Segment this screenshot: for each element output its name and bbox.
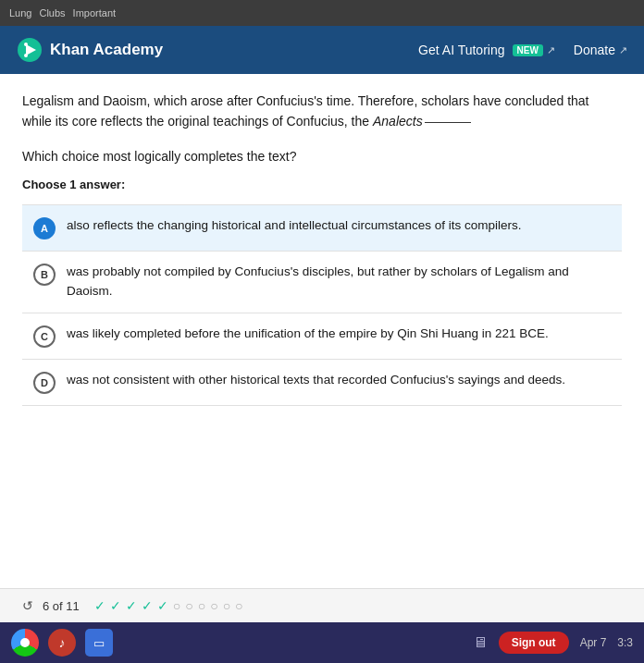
- ka-nav: Get AI Tutoring NEW ↗ Donate ↗: [418, 43, 627, 57]
- svg-point-3: [24, 54, 28, 57]
- svg-point-2: [24, 43, 28, 46]
- dot-check-4: ✓: [142, 598, 153, 613]
- music-icon[interactable]: ♪: [48, 629, 76, 657]
- donate-label: Donate: [574, 43, 615, 57]
- ai-tutoring-nav[interactable]: Get AI Tutoring NEW ↗: [418, 43, 555, 57]
- browser-top-bar: Lung Clubs Important: [0, 0, 644, 26]
- progress-row: ↺ 6 of 11 ✓ ✓ ✓ ✓ ✓ ○ ○ ○ ○ ○ ○: [0, 588, 644, 622]
- taskbar: ♪ ▭ 🖥 Sign out Apr 7 3:3: [0, 622, 644, 663]
- choice-d-circle: D: [33, 372, 56, 394]
- ai-tutoring-label: Get AI Tutoring: [418, 43, 504, 57]
- choice-d[interactable]: D was not consistent with other historic…: [22, 359, 622, 406]
- monitor-app-icon[interactable]: ▭: [85, 629, 113, 657]
- sign-out-button[interactable]: Sign out: [499, 632, 569, 654]
- choice-d-text: was not consistent with other historical…: [67, 371, 611, 390]
- taskbar-left: ♪ ▭: [11, 629, 113, 657]
- choose-label: Choose 1 answer:: [22, 178, 622, 191]
- tab-clubs[interactable]: Clubs: [39, 7, 65, 18]
- donate-external-icon: ↗: [619, 44, 627, 56]
- main-content: Legalism and Daoism, which arose after C…: [0, 74, 644, 622]
- ka-logo[interactable]: Khan Academy: [17, 37, 163, 63]
- tab-important[interactable]: Important: [73, 7, 116, 18]
- dot-empty-5: ○: [235, 598, 242, 613]
- chrome-icon[interactable]: [11, 629, 39, 657]
- external-link-icon: ↗: [547, 44, 555, 56]
- donate-nav[interactable]: Donate ↗: [574, 43, 627, 57]
- choice-c-circle: C: [33, 325, 56, 348]
- taskbar-time: 3:3: [617, 636, 633, 649]
- passage-text: Legalism and Daoism, which arose after C…: [22, 91, 622, 132]
- choice-a[interactable]: A also reflects the changing historical …: [22, 204, 622, 251]
- choice-b[interactable]: B was probably not compiled by Confucius…: [22, 251, 622, 313]
- dot-check-5: ✓: [157, 598, 168, 613]
- question-prompt: Which choice most logically completes th…: [22, 147, 622, 166]
- choice-c-text: was likely completed before the unificat…: [67, 325, 611, 344]
- ka-logo-text: Khan Academy: [50, 41, 163, 59]
- choice-b-circle: B: [33, 264, 56, 286]
- blank-line: [425, 122, 471, 123]
- refresh-icon[interactable]: ↺: [22, 598, 33, 613]
- progress-count: 6 of 11: [43, 599, 80, 613]
- taskbar-date: Apr 7: [580, 636, 607, 649]
- new-badge: NEW: [513, 44, 543, 56]
- analects-italic: Analects: [373, 114, 423, 129]
- choice-b-text: was probably not compiled by Confucius's…: [67, 263, 611, 301]
- progress-dots: ✓ ✓ ✓ ✓ ✓ ○ ○ ○ ○ ○ ○: [94, 598, 243, 613]
- dot-check-1: ✓: [94, 598, 105, 613]
- ka-logo-icon: [17, 37, 43, 63]
- khan-academy-header: Khan Academy Get AI Tutoring NEW ↗ Donat…: [0, 26, 644, 74]
- dot-check-3: ✓: [126, 598, 137, 613]
- question-area: Legalism and Daoism, which arose after C…: [0, 74, 644, 588]
- dot-check-2: ✓: [110, 598, 121, 613]
- dot-empty-4: ○: [223, 598, 230, 613]
- answer-choices: A also reflects the changing historical …: [22, 204, 622, 406]
- dot-empty-1: ○: [185, 598, 192, 613]
- choice-c[interactable]: C was likely completed before the unific…: [22, 313, 622, 359]
- choice-a-text: also reflects the changing historical an…: [67, 216, 611, 236]
- tab-lung[interactable]: Lung: [9, 7, 31, 18]
- dot-empty-3: ○: [210, 598, 217, 613]
- taskbar-right: 🖥 Sign out Apr 7 3:3: [473, 632, 633, 654]
- dot-empty-2: ○: [198, 598, 205, 613]
- choice-a-circle: A: [33, 217, 56, 239]
- dot-empty-filled: ○: [173, 598, 180, 613]
- taskbar-monitor-icon: 🖥: [473, 634, 488, 651]
